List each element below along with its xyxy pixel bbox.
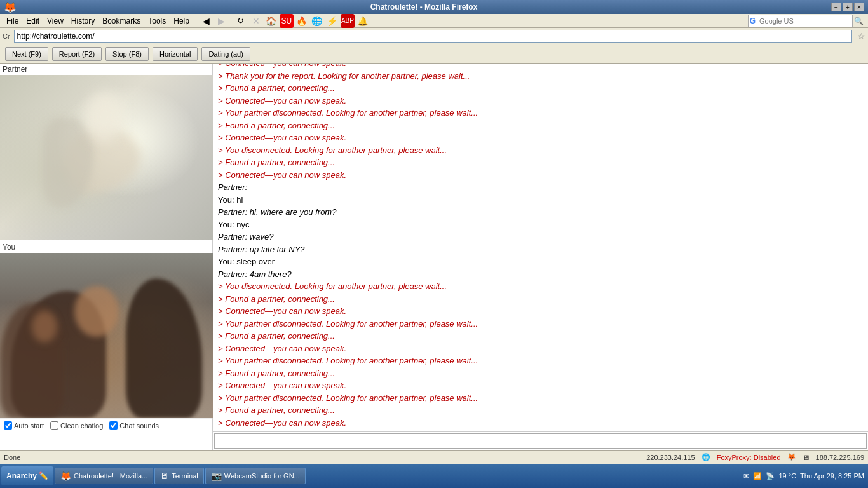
menu-tools[interactable]: Tools	[144, 15, 170, 27]
network-tray-icon[interactable]: 📶	[753, 472, 762, 480]
datetime-label: Thu Apr 29, 8:25 PM	[800, 472, 864, 480]
chat-input[interactable]	[214, 433, 867, 449]
window-title: Chatroulette! - Mozilla Firefox	[17, 3, 831, 11]
firefox-icon: 🦊	[4, 1, 17, 13]
chat-message: Partner: hi. where are you from?	[218, 206, 863, 219]
partner-video	[0, 75, 213, 240]
bluetooth-icon[interactable]: 📡	[766, 472, 775, 480]
chat-input-bar	[213, 431, 868, 450]
auto-start-checkbox[interactable]	[4, 421, 12, 430]
taskbar-icon-anarchy: ✏️	[39, 471, 48, 480]
chat-message: Partner:	[218, 181, 863, 194]
status-bar: Done 220.233.24.115 🌐 FoxyProxy: Disable…	[0, 450, 868, 464]
google-icon: G	[749, 17, 757, 25]
firefox-taskbar-icon: 🦊	[60, 471, 71, 481]
you-label: You	[0, 241, 212, 253]
menu-help[interactable]: Help	[170, 15, 193, 27]
close-button[interactable]: ×	[854, 3, 864, 11]
start-button[interactable]: Anarchy ✏️	[1, 466, 53, 485]
taskbar-webcamstudio[interactable]: 📷 WebcamStudio for GN...	[205, 468, 306, 484]
address-label: Cr	[3, 32, 10, 40]
chat-message: > You disconnected. Looking for another …	[218, 280, 863, 293]
status-text: Done	[4, 454, 640, 461]
menu-bar: File Edit View History Bookmarks Tools H…	[0, 14, 868, 28]
mail-icon[interactable]: ✉	[743, 472, 749, 480]
addon-icon1[interactable]: 🔥	[295, 14, 309, 28]
taskbar-terminal[interactable]: 🖥 Terminal	[154, 468, 204, 484]
chat-message: You: sleep over	[218, 255, 863, 268]
video-panel: Partner You Auto sta	[0, 64, 213, 450]
chat-message: > Connected—you can now speak.	[218, 379, 863, 392]
minimize-button[interactable]: −	[831, 3, 841, 11]
chat-message: > Connected—you can now speak.	[218, 417, 863, 430]
chat-panel: > Connected—you can now speak.> Thank yo…	[213, 64, 868, 450]
home-icon[interactable]: 🏠	[264, 14, 278, 28]
chat-message: Partner: 4am there?	[218, 268, 863, 281]
address-input[interactable]	[14, 30, 852, 43]
partner-cam-feed	[0, 75, 213, 240]
chat-message: > Thank you for the report. Looking for …	[218, 70, 863, 83]
auto-start-checkbox-label[interactable]: Auto start	[4, 421, 44, 430]
chat-message: > Connected—you can now speak.	[218, 132, 863, 144]
clean-chatlog-checkbox[interactable]	[50, 421, 58, 430]
start-label: Anarchy	[6, 471, 37, 480]
status-ip: 220.233.24.115	[646, 454, 695, 461]
reload-icon[interactable]: ↻	[234, 14, 248, 28]
menu-bookmarks[interactable]: Bookmarks	[98, 15, 144, 27]
chat-message: > Connected—you can now speak.	[218, 305, 863, 318]
bookmark-star-icon[interactable]: ☆	[857, 31, 865, 41]
address-bar-row: Cr ☆	[0, 28, 868, 44]
chat-sounds-label: Chat sounds	[119, 422, 159, 430]
menu-edit[interactable]: Edit	[22, 15, 43, 27]
horizontal-button[interactable]: Horizontal	[153, 47, 198, 61]
clean-chatlog-checkbox-label[interactable]: Clean chatlog	[50, 421, 103, 430]
window-controls: − + ×	[831, 3, 864, 11]
taskbar-firefox-label: Chatroulette! - Mozilla...	[74, 472, 147, 480]
forward-icon[interactable]: ▶	[215, 14, 229, 28]
chat-sounds-checkbox[interactable]	[109, 421, 118, 430]
chat-message: Partner: wave?	[218, 231, 863, 243]
stop-button[interactable]: Stop (F8)	[105, 47, 149, 61]
stumbleupon-icon[interactable]: SU	[280, 14, 294, 28]
title-bar-left: 🦊	[4, 1, 17, 13]
chat-message: > Connected—you can now speak.	[218, 169, 863, 182]
back-icon[interactable]: ◀	[200, 14, 214, 28]
chat-message: > You disconnected. Looking for another …	[218, 144, 863, 157]
dating-button[interactable]: Dating (ad)	[201, 47, 250, 61]
network-icon: 🌐	[702, 453, 710, 461]
screen-icon: 🖥	[803, 454, 810, 461]
main-content: Partner You Auto sta	[0, 64, 868, 450]
addon-icon2[interactable]: 🌐	[310, 14, 324, 28]
chat-message: Partner: up late for NY?	[218, 243, 863, 256]
menu-view[interactable]: View	[43, 15, 67, 27]
report-button[interactable]: Report (F2)	[52, 47, 102, 61]
next-button[interactable]: Next (F9)	[5, 47, 48, 61]
chat-message: > Connected—you can now speak.	[218, 64, 863, 70]
foxyproxy-icon: 🦊	[787, 453, 796, 461]
chat-message: > Found a partner, connecting...	[218, 404, 863, 417]
security-icon[interactable]: 🔔	[356, 14, 370, 28]
chat-log: > Connected—you can now speak.> Thank yo…	[213, 64, 868, 431]
stop-icon[interactable]: ✕	[249, 14, 263, 28]
chat-message: > Connected—you can now speak.	[218, 95, 863, 107]
search-button[interactable]: 🔍	[852, 15, 865, 27]
partner-label: Partner	[0, 64, 212, 75]
webcam-taskbar-icon: 📷	[211, 471, 222, 481]
taskbar-firefox[interactable]: 🦊 Chatroulette! - Mozilla...	[55, 468, 153, 484]
chat-message: > Found a partner, connecting...	[218, 119, 863, 132]
chat-message: > Connected—you can now speak.	[218, 342, 863, 355]
chat-sounds-checkbox-label[interactable]: Chat sounds	[109, 421, 159, 430]
your-cam-feed	[0, 253, 213, 418]
chat-message: > Found a partner, connecting...	[218, 367, 863, 380]
chat-message: > Your partner disconnected. Looking for…	[218, 318, 863, 330]
menu-history[interactable]: History	[67, 15, 98, 27]
taskbar-terminal-label: Terminal	[172, 472, 198, 480]
temp-label: 19 °C	[778, 472, 796, 480]
addon-icon3[interactable]: ⚡	[325, 14, 339, 28]
status-ip2: 188.72.225.169	[816, 454, 864, 461]
maximize-button[interactable]: +	[843, 3, 853, 11]
search-input[interactable]	[757, 17, 852, 25]
menu-file[interactable]: File	[3, 15, 22, 27]
adblock-icon[interactable]: ABP	[341, 14, 355, 28]
system-tray: ✉ 📶 📡 19 °C Thu Apr 29, 8:25 PM	[743, 472, 867, 480]
